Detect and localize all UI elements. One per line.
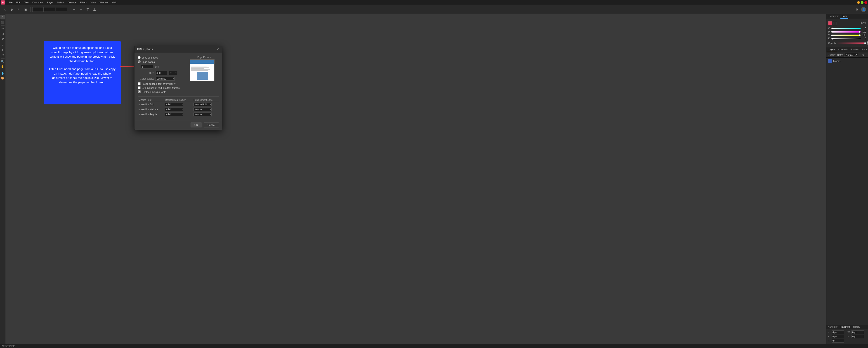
menu-arrange[interactable]: Arrange (66, 1, 78, 4)
pan-tool[interactable]: ✋ (0, 64, 5, 69)
transform-group (32, 7, 67, 12)
settings-btn[interactable]: ⚙ (854, 6, 860, 13)
zoom-tool[interactable]: 🔍 (0, 59, 5, 64)
menu-file[interactable]: File (7, 1, 14, 4)
align-bottom-btn[interactable]: ⊥ (91, 6, 98, 13)
slider-y-label: Y (828, 34, 831, 36)
tf-r-input[interactable] (832, 339, 844, 343)
color-panel: CMYK C 0 M 100 Y 100 K 0 (827, 19, 868, 48)
color-picker-tool[interactable]: 💧 (0, 71, 5, 75)
align-top-btn[interactable]: ⊤ (85, 6, 91, 13)
blend-mode-select[interactable]: Normal Multiply Screen (844, 53, 858, 57)
menu-edit[interactable]: Edit (14, 1, 22, 4)
dialog-close-button[interactable]: ✕ (216, 48, 219, 51)
menu-view[interactable]: View (89, 1, 98, 4)
tab-transform[interactable]: Transform (839, 325, 852, 329)
align-left-btn[interactable]: ⊢ (71, 6, 77, 13)
paint-brush-tool[interactable]: ✏ (0, 26, 5, 31)
tab-navigator[interactable]: Navigator (827, 325, 839, 329)
tab-brushes[interactable]: Brushes (849, 48, 860, 52)
opacity-slider[interactable] (837, 42, 866, 44)
slider-k[interactable] (831, 38, 861, 39)
group-lines-checkbox[interactable] (138, 86, 141, 89)
tf-x-input[interactable] (832, 330, 844, 334)
color-space-select[interactable]: Estimate sRGB CMYK (155, 76, 175, 81)
replace-missing-label: Replace missing fonts (142, 91, 166, 93)
dpi-unit-select[interactable]: ▾ (169, 71, 177, 75)
load-all-radio[interactable] (138, 56, 141, 59)
status-text: Affinity Photo (2, 345, 15, 347)
menu-help[interactable]: Help (110, 1, 119, 4)
close-button[interactable] (864, 1, 867, 4)
edit-tool-btn[interactable]: ✎ (16, 6, 22, 13)
shape-tool[interactable]: ⬡ (0, 53, 5, 57)
layers-settings-icon[interactable]: ⚙ (862, 54, 864, 57)
transform-fields: X W Y H R (827, 329, 868, 344)
dialog-left-panel: Load all pages Load pages of 8 (138, 56, 187, 94)
load-all-label[interactable]: Load all pages (138, 56, 158, 59)
tf-w-input[interactable] (851, 330, 864, 334)
dialog-titlebar: PDF Options ✕ (134, 46, 222, 53)
y-input[interactable] (44, 7, 55, 12)
pen-tool[interactable]: ✒ (0, 43, 5, 48)
slider-m-label: M (828, 31, 831, 33)
layer-item-1[interactable]: Layer 1 (827, 59, 867, 63)
w-input[interactable] (56, 7, 67, 12)
load-pages-label[interactable]: Load pages (138, 60, 155, 63)
font-missing-0: MavenPro-Bold (138, 102, 164, 107)
crop-tool[interactable]: ⬛ (0, 20, 5, 24)
slider-m[interactable] (831, 31, 861, 33)
menu-layer[interactable]: Layer (45, 1, 55, 4)
menu-filters[interactable]: Filters (78, 1, 89, 4)
menu-text[interactable]: Text (22, 1, 31, 4)
align-group: ⊢ ⊣ ⊤ ⊥ (71, 6, 98, 13)
tab-stock[interactable]: Stock (860, 48, 868, 52)
menu-window[interactable]: Window (98, 1, 110, 4)
menu-select[interactable]: Select (55, 1, 66, 4)
font-style-select-0[interactable]: Narrow Bold (193, 103, 212, 106)
font-style-select-1[interactable]: Narrow (193, 107, 212, 111)
move-tool-btn[interactable]: ↖ (2, 6, 8, 13)
load-pages-radio[interactable] (138, 60, 141, 63)
fill-tool[interactable]: 🎨 (0, 76, 5, 81)
page-number-input[interactable] (141, 65, 153, 69)
align-right-btn[interactable]: ⊣ (78, 6, 84, 13)
crop-tool-btn[interactable]: ▣ (22, 6, 29, 13)
x-input[interactable] (32, 7, 43, 12)
tf-y-input[interactable] (832, 335, 844, 338)
minimize-button[interactable] (857, 1, 860, 4)
font-style-select-2[interactable]: Narrow (193, 113, 212, 116)
tf-h-input[interactable] (851, 335, 864, 338)
font-family-select-1[interactable]: Arial (165, 107, 183, 111)
font-family-select-0[interactable]: Arial (165, 103, 183, 106)
tab-history[interactable]: History (852, 325, 862, 329)
cancel-button[interactable]: Cancel (204, 123, 219, 127)
dpi-input[interactable] (155, 71, 168, 75)
layer-thumb-1 (828, 59, 832, 63)
background-color-swatch[interactable] (833, 22, 837, 25)
replace-missing-checkbox[interactable] (138, 90, 141, 93)
favor-editable-checkbox[interactable] (138, 82, 141, 85)
layers-add-icon[interactable]: + (865, 54, 867, 56)
erase-tool[interactable]: ◻ (0, 31, 5, 36)
maximize-button[interactable] (861, 1, 864, 4)
slider-y-row: Y 100 (828, 34, 866, 36)
tab-layers[interactable]: Layers (827, 48, 837, 52)
menu-document[interactable]: Document (31, 1, 45, 4)
rotate-tool-btn[interactable]: ⊕ (8, 6, 15, 13)
color-panel-tabs: Histogram Color (827, 14, 868, 19)
ok-button[interactable]: OK (191, 123, 202, 127)
font-family-select-2[interactable]: Arial (165, 113, 183, 116)
tab-color[interactable]: Color (840, 14, 848, 19)
select-tool[interactable]: ↖ (0, 15, 5, 20)
clone-tool[interactable]: ⊕ (0, 36, 5, 41)
group-lines-label: Group lines of text into text frames (142, 87, 180, 89)
foreground-color-swatch[interactable] (828, 21, 832, 25)
tab-channels[interactable]: Channels (837, 48, 849, 52)
slider-y[interactable] (831, 35, 861, 36)
text-tool[interactable]: T (0, 48, 5, 53)
font-family-cell-1: Arial (164, 107, 193, 112)
tab-histogram[interactable]: Histogram (827, 14, 840, 19)
font-missing-2: MavenPro-Regular (138, 112, 164, 117)
slider-c[interactable] (831, 28, 861, 29)
